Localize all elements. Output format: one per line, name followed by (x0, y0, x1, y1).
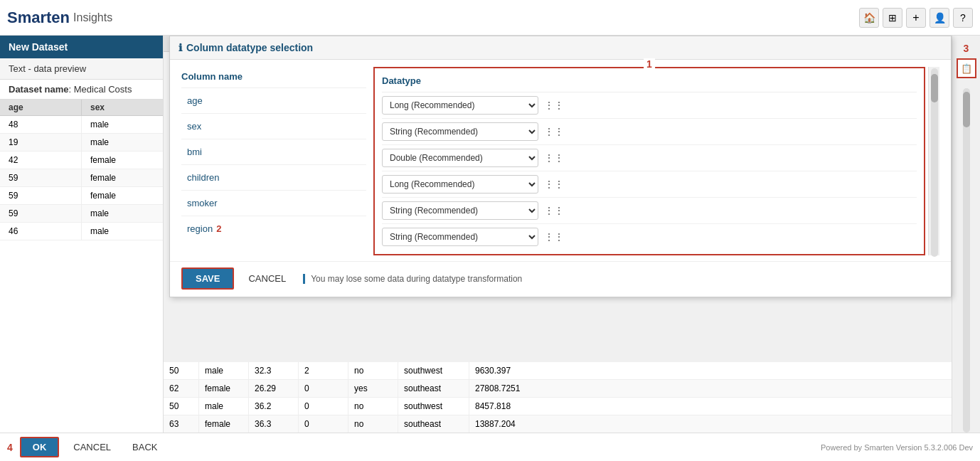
sidebar: New Dataset Text - data preview Dataset … (0, 36, 164, 433)
home-icon[interactable]: 🏠 (859, 8, 879, 28)
table-row: 59 female (0, 187, 163, 205)
header-icons: 🏠 ⊞ + 👤 ? (859, 8, 973, 28)
col-header-age: age (0, 100, 82, 115)
datatype-select-bmi[interactable]: Double (Recommended) String Long Integer (382, 149, 538, 167)
col-name-header: Column name (181, 67, 366, 88)
main-content: bmi children smoker region charges ...5 … (164, 36, 980, 433)
drag-dots-sex: ⋮⋮ (544, 126, 564, 137)
number-badge-3: 3 (964, 43, 969, 54)
col-header-sex: sex (82, 100, 163, 115)
scrollbar-track[interactable] (963, 88, 970, 433)
sidebar-data-rows: 48 male 19 male 42 female 59 female 59 f… (0, 116, 163, 240)
table-row: 62 female 26.29 0 yes southeast 27808.72… (164, 380, 952, 398)
datatype-row-smoker: String (Recommended) Long Integer Double… (382, 198, 917, 224)
plus-icon[interactable]: + (906, 8, 926, 28)
drag-dots-age: ⋮⋮ (544, 100, 564, 111)
bottom-cancel-button[interactable]: CANCEL (66, 438, 118, 456)
col-name-bmi: bmi (181, 139, 366, 165)
table-row: 59 male (0, 205, 163, 223)
table-row: 19 male (0, 134, 163, 152)
sidebar-section: Text - data preview (0, 58, 163, 80)
bottom-rows: 50 male 32.3 2 no southwest 9630.397 62 … (164, 362, 952, 433)
back-button[interactable]: BACK (125, 438, 164, 456)
region-number-badge: 2 (216, 223, 221, 234)
footer-text: Powered by Smarten Version 5.3.2.006 Dev (821, 443, 973, 452)
drag-dots-region: ⋮⋮ (544, 231, 564, 243)
table-row: 59 female (0, 169, 163, 187)
info-icon: ℹ (179, 42, 182, 53)
column-name-section: Column name age sex bmi children smoker … (181, 67, 366, 255)
table-row: 48 male (0, 116, 163, 134)
sidebar-title: New Dataset (0, 36, 163, 58)
modal-scrollbar[interactable] (928, 67, 939, 255)
logo-smarten: Smarten (7, 9, 70, 27)
datatype-section: 1 Datatype Long (Recommended) Integer Do… (373, 67, 925, 255)
question-icon[interactable]: ? (953, 8, 973, 28)
modal-title: Column datatype selection (186, 42, 313, 53)
drag-dots-smoker: ⋮⋮ (544, 205, 564, 216)
datatype-row-sex: String (Recommended) Long Integer Double… (382, 119, 917, 145)
logo-insights: Insights (73, 11, 112, 24)
bottom-number-badge: 4 (7, 442, 13, 453)
user-icon[interactable]: 👤 (930, 8, 949, 28)
ok-button[interactable]: OK (20, 437, 60, 457)
datatype-number-badge: 1 (644, 58, 655, 70)
modal-warning: You may lose some data during datatype t… (303, 274, 522, 284)
sidebar-dataset-name: Dataset name: Medical Costs (0, 80, 163, 100)
datatype-row-children: Long (Recommended) Integer Double String… (382, 171, 917, 198)
drag-dots-children: ⋮⋮ (544, 179, 564, 190)
col-name-children: children (181, 165, 366, 191)
col-name-sex: sex (181, 114, 366, 139)
table-row: 50 male 32.3 2 no southwest 9630.397 (164, 362, 952, 380)
datatype-select-sex[interactable]: String (Recommended) Long Integer Double (382, 122, 538, 141)
bottom-bar: 4 OK CANCEL BACK Powered by Smarten Vers… (0, 433, 980, 461)
datatype-row-bmi: Double (Recommended) String Long Integer… (382, 145, 917, 171)
datatype-select-children[interactable]: Long (Recommended) Integer Double String (382, 175, 538, 194)
modal-scrollbar-track (931, 68, 938, 257)
col-name-age: age (181, 88, 366, 114)
right-panel: 3 📋 (952, 36, 980, 433)
table-row: 46 male (0, 223, 163, 240)
datatype-select-region[interactable]: String (Recommended) Long Integer Double (382, 228, 538, 246)
col-name-smoker: smoker (181, 191, 366, 216)
table-row: 50 male 36.2 0 no southwest 8457.818 (164, 398, 952, 415)
save-button[interactable]: SAVE (181, 267, 234, 290)
header: Smarten Insights 🏠 ⊞ + 👤 ? (0, 0, 980, 36)
sidebar-col-headers: age sex (0, 100, 163, 116)
modal-header: ℹ Column datatype selection (170, 36, 951, 60)
drag-dots-bmi: ⋮⋮ (544, 152, 564, 164)
datatype-header: Datatype (382, 73, 917, 92)
datatype-select-age[interactable]: Long (Recommended) Integer Double String (382, 96, 538, 115)
modal-dialog: ℹ Column datatype selection Column name … (169, 36, 952, 297)
modal-footer: SAVE CANCEL You may lose some data durin… (170, 261, 951, 297)
datatype-row-region: String (Recommended) Long Integer Double… (382, 224, 917, 250)
col-name-region: region 2 (181, 216, 366, 241)
table-row: 63 female 36.3 0 no southeast 13887.204 (164, 415, 952, 433)
copy-icon[interactable]: 📋 (957, 58, 976, 78)
layers-icon[interactable]: ⊞ (883, 8, 902, 28)
scrollbar-thumb[interactable] (963, 92, 970, 127)
datatype-select-smoker[interactable]: String (Recommended) Long Integer Double (382, 201, 538, 220)
datatype-row-age: Long (Recommended) Integer Double String… (382, 92, 917, 119)
modal-body: Column name age sex bmi children smoker … (170, 60, 951, 261)
table-row: 42 female (0, 152, 163, 169)
modal-scrollbar-thumb[interactable] (931, 74, 938, 102)
cancel-button[interactable]: CANCEL (241, 269, 293, 288)
